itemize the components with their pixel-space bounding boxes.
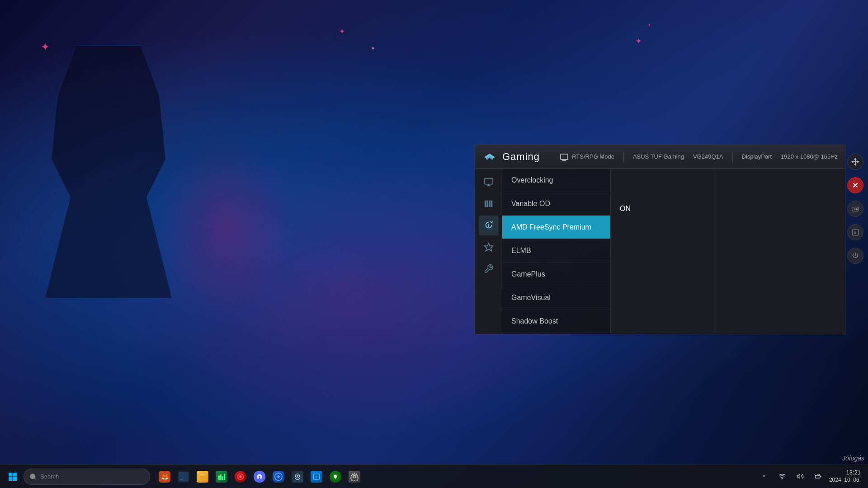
tray-time: 13:21 <box>829 469 861 477</box>
taskbar-app-discord[interactable] <box>250 468 269 486</box>
osd-mode-section: RTS/RPG Mode <box>560 153 614 160</box>
osd-sidebar-settings-icon[interactable] <box>479 259 499 279</box>
search-icon <box>29 473 37 480</box>
svg-rect-29 <box>224 474 225 480</box>
osd-sidebar <box>475 169 502 334</box>
svg-point-16 <box>856 210 857 211</box>
taskbar-apps: 🦊 _ <box>156 468 363 486</box>
taskbar-app-files[interactable] <box>193 468 212 486</box>
taskbar-app-terminal[interactable]: _ <box>175 468 193 486</box>
osd-connection: DisplayPort <box>742 153 772 160</box>
svg-text:_: _ <box>180 474 183 480</box>
tray-hidden-icons[interactable] <box>757 469 771 483</box>
osd-panel: Gaming RTS/RPG Mode ASUS TUF Gaming VG24… <box>475 145 845 334</box>
taskbar-app-xbox[interactable] <box>326 468 344 486</box>
taskbar-app-red[interactable] <box>231 468 250 486</box>
osd-mode-label: RTS/RPG Mode <box>572 153 614 160</box>
osd-close-button[interactable] <box>847 177 863 193</box>
osd-right-panel: ON <box>611 169 845 334</box>
asus-tuf-logo <box>482 150 497 164</box>
taskbar-app-game[interactable] <box>269 468 288 486</box>
svg-text:G: G <box>854 230 856 235</box>
svg-rect-19 <box>9 473 13 477</box>
jofgas-watermark: Jófogás <box>842 455 864 462</box>
svg-rect-27 <box>220 474 222 480</box>
taskbar: Search 🦊 _ <box>0 465 868 488</box>
taskbar-app-taskmanager[interactable] <box>212 468 231 486</box>
osd-power-button[interactable] <box>847 248 863 264</box>
tray-network-icon[interactable] <box>775 469 789 483</box>
svg-marker-43 <box>797 474 800 479</box>
search-placeholder: Search <box>40 473 59 480</box>
osd-monitor-model: VG249Q1A <box>693 153 723 160</box>
monitor-icon <box>560 154 568 160</box>
osd-monitor-info: RTS/RPG Mode ASUS TUF Gaming VG249Q1A Di… <box>560 151 838 162</box>
svg-point-34 <box>260 476 261 478</box>
svg-point-13 <box>856 208 857 209</box>
osd-header-divider2 <box>732 151 733 162</box>
osd-menu-gamevisual[interactable]: GameVisual <box>502 286 610 310</box>
svg-point-15 <box>857 209 858 210</box>
taskbar-app-settings[interactable] <box>345 468 363 486</box>
svg-point-23 <box>30 474 35 479</box>
windows-start-button[interactable] <box>4 468 22 486</box>
svg-rect-20 <box>13 473 17 477</box>
svg-point-14 <box>856 209 857 210</box>
svg-rect-26 <box>218 475 220 480</box>
svg-rect-0 <box>484 178 492 184</box>
osd-menu-amd-freesync[interactable]: AMD FreeSync Premium <box>502 216 610 239</box>
tray-battery-icon[interactable] <box>811 469 826 483</box>
desktop-background: ✦ ✦ ✦ ✦ ✦ Gaming RTS/ <box>0 0 868 488</box>
svg-marker-7 <box>484 243 492 251</box>
svg-rect-3 <box>489 201 491 207</box>
osd-body: Overclocking Variable OD AMD FreeSync Pr… <box>475 169 845 334</box>
osd-menu-gameplus[interactable]: GamePlus <box>502 263 610 286</box>
osd-panel-divider <box>715 169 715 335</box>
osd-sidebar-favorite-icon[interactable] <box>479 237 499 257</box>
osd-menu-overclocking[interactable]: Overclocking <box>502 169 610 192</box>
taskbar-app-gallery[interactable]: 🦊 <box>156 468 174 486</box>
svg-text:±: ± <box>315 474 317 479</box>
accent-star-5: ✦ <box>647 23 651 28</box>
osd-menu-elmb[interactable]: ELMB <box>502 239 610 263</box>
osd-header: Gaming RTS/RPG Mode ASUS TUF Gaming VG24… <box>475 145 845 169</box>
svg-rect-4 <box>491 201 492 207</box>
osd-sidebar-color-icon[interactable] <box>479 194 499 214</box>
osd-nav-button[interactable] <box>847 154 863 170</box>
svg-rect-1 <box>484 201 486 207</box>
taskbar-search-bar[interactable]: Search <box>24 469 150 485</box>
osd-header-divider <box>623 151 624 162</box>
svg-point-33 <box>258 476 259 478</box>
osd-menu-shadow-boost[interactable]: Shadow Boost <box>502 310 610 333</box>
osd-monitor-brand: ASUS TUF Gaming <box>633 153 684 160</box>
svg-point-41 <box>353 475 355 478</box>
tray-date: 2024. 10. 06. <box>829 477 861 484</box>
character-glow <box>158 136 294 316</box>
osd-g-button[interactable]: G <box>847 224 863 240</box>
svg-point-37 <box>297 475 298 477</box>
osd-menu-title: Gaming <box>502 151 540 163</box>
osd-menu-variable-od[interactable]: Variable OD <box>502 192 610 216</box>
taskbar-app-steam[interactable] <box>288 468 307 486</box>
tray-sound-icon[interactable] <box>793 469 807 483</box>
osd-gamepad-button[interactable] <box>847 201 863 217</box>
osd-title-section: Gaming <box>482 150 540 164</box>
accent-star-2: ✦ <box>339 27 345 36</box>
svg-rect-44 <box>815 475 820 478</box>
osd-resolution: 868 x 488@ 165Hz <box>781 153 838 160</box>
taskbar-tray: 13:21 2024. 10. 06. <box>757 469 864 483</box>
accent-star-1: ✦ <box>41 41 50 53</box>
accent-star-4: ✦ <box>635 36 642 46</box>
vader-silhouette <box>45 45 172 298</box>
osd-right-controls: G <box>847 154 863 264</box>
svg-rect-22 <box>13 477 17 481</box>
taskbar-app-calc[interactable]: ± <box>307 468 326 486</box>
osd-freesync-value: ON <box>620 205 631 213</box>
svg-point-6 <box>488 225 489 227</box>
osd-menu-list: Overclocking Variable OD AMD FreeSync Pr… <box>502 169 611 334</box>
osd-sidebar-display-icon[interactable] <box>479 172 499 192</box>
accent-star-3: ✦ <box>371 45 375 52</box>
svg-point-32 <box>239 475 241 478</box>
tray-clock[interactable]: 13:21 2024. 10. 06. <box>829 469 861 483</box>
osd-sidebar-gaming-icon[interactable] <box>479 216 499 235</box>
